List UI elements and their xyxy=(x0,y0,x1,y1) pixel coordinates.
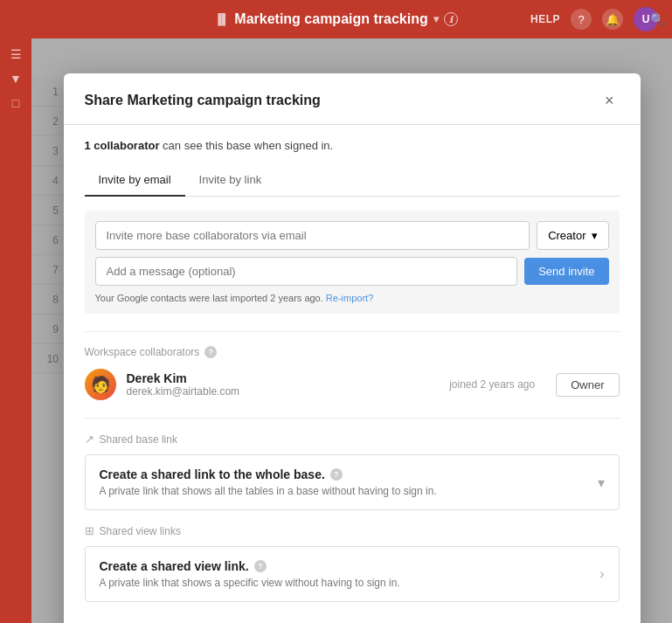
invite-email-row: Creator ▾ xyxy=(95,221,609,250)
shared-view-icon: ⊞ xyxy=(85,524,94,537)
shared-base-chevron-icon: ▾ xyxy=(598,474,605,491)
shared-base-link-content: Create a shared link to the whole base. … xyxy=(100,467,437,497)
shared-base-link-title-text: Create a shared link to the whole base. xyxy=(100,467,325,481)
collaborator-suffix: can see this base when signed in. xyxy=(159,139,333,152)
tab-invite-link-label: Invite by link xyxy=(199,173,262,186)
send-invite-button[interactable]: Send invite xyxy=(524,258,608,285)
shared-view-links-label: ⊞ Shared view links xyxy=(85,524,620,537)
sidebar-expand-icon[interactable]: ▼ xyxy=(7,70,24,87)
app-body: ☰ ▼ □ 1 2 3 4 5 6 7 8 9 10 11 records Sh… xyxy=(0,38,672,623)
shared-base-link-title: Create a shared link to the whole base. … xyxy=(100,467,437,481)
app-header: ▐▌ Marketing campaign tracking ▾ ℹ HELP … xyxy=(0,0,672,38)
shared-view-chevron-icon: › xyxy=(599,566,604,582)
message-input[interactable] xyxy=(95,257,518,286)
email-input[interactable] xyxy=(95,221,530,250)
collaborator-avatar: 🧑 xyxy=(85,369,116,400)
google-contacts-text: Your Google contacts were last imported … xyxy=(95,293,323,303)
shared-view-link-card[interactable]: Create a shared view link. ? A private l… xyxy=(85,546,620,602)
modal-overlay: Share Marketing campaign tracking × 1 co… xyxy=(31,38,672,623)
role-selector[interactable]: Creator ▾ xyxy=(537,221,608,250)
header-right-controls: HELP ? 🔔 U xyxy=(530,7,658,31)
share-modal: Share Marketing campaign tracking × 1 co… xyxy=(64,73,641,623)
modal-body: 1 collaborator can see this base when si… xyxy=(64,125,641,623)
collaborator-name: Derek Kim xyxy=(127,371,440,385)
search-icon[interactable]: 🔍 xyxy=(650,12,665,26)
workspace-collaborators-label: Workspace collaborators xyxy=(85,346,200,358)
shared-view-link-content: Create a shared view link. ? A private l… xyxy=(100,559,400,589)
sidebar-checkbox-icon[interactable]: □ xyxy=(7,94,24,112)
shared-base-link-desc: A private link that shows all the tables… xyxy=(100,485,437,497)
modal-header: Share Marketing campaign tracking × xyxy=(64,73,641,125)
shared-base-link-text: Shared base link xyxy=(100,433,177,446)
section-divider-2 xyxy=(85,418,620,419)
help-icon[interactable]: ? xyxy=(571,9,592,30)
app-title: ▐▌ Marketing campaign tracking ▾ ℹ xyxy=(214,11,457,27)
collaborator-info-block: Derek Kim derek.kim@airtable.com xyxy=(127,371,440,398)
notification-icon[interactable]: 🔔 xyxy=(602,9,623,30)
shared-base-link-label: ↗ Shared base link xyxy=(85,433,620,446)
help-label[interactable]: HELP xyxy=(530,13,560,25)
tab-invite-link[interactable]: Invite by link xyxy=(185,166,276,197)
collaborator-count: 1 collaborator xyxy=(85,139,160,152)
tab-invite-email[interactable]: Invite by email xyxy=(85,166,185,197)
workspace-help-icon[interactable]: ? xyxy=(204,346,217,358)
modal-title: Share Marketing campaign tracking xyxy=(85,93,321,108)
google-contacts-info: Your Google contacts were last imported … xyxy=(95,293,609,303)
role-label: Creator xyxy=(548,229,585,242)
reimport-link[interactable]: Re-import? xyxy=(326,293,373,303)
collaborator-info: 1 collaborator can see this base when si… xyxy=(85,139,620,152)
invite-box: Creator ▾ Send invite Your Google contac… xyxy=(85,211,620,314)
collaborator-row: 🧑 Derek Kim derek.kim@airtable.com joine… xyxy=(85,369,620,400)
shared-view-help-icon[interactable]: ? xyxy=(254,560,267,572)
collaborator-email: derek.kim@airtable.com xyxy=(127,385,440,398)
tab-invite-email-label: Invite by email xyxy=(99,173,171,186)
shared-view-links-text: Shared view links xyxy=(100,525,181,537)
sidebar-menu-icon[interactable]: ☰ xyxy=(7,45,24,63)
workspace-collaborators-title: Workspace collaborators ? xyxy=(85,346,620,358)
title-chevron-icon[interactable]: ▾ xyxy=(433,13,439,25)
modal-close-button[interactable]: × xyxy=(599,91,620,110)
message-row: Send invite xyxy=(95,257,609,286)
grid-area: 1 2 3 4 5 6 7 8 9 10 11 records Share Ma… xyxy=(31,38,672,623)
external-link-icon: ↗ xyxy=(85,433,94,446)
app-title-text: Marketing campaign tracking xyxy=(234,11,427,27)
shared-view-link-desc: A private link that shows a specific vie… xyxy=(100,577,400,589)
shared-base-link-card[interactable]: Create a shared link to the whole base. … xyxy=(85,454,620,510)
invite-tabs: Invite by email Invite by link xyxy=(85,166,620,197)
role-chevron-icon: ▾ xyxy=(592,229,598,242)
section-divider xyxy=(85,331,620,332)
info-icon[interactable]: ℹ xyxy=(444,12,458,26)
sidebar: ☰ ▼ □ xyxy=(0,38,31,623)
shared-view-link-title: Create a shared view link. ? xyxy=(100,559,400,573)
collaborator-joined: joined 2 years ago xyxy=(449,378,535,391)
shared-view-link-title-text: Create a shared view link. xyxy=(100,559,249,573)
collaborator-role-badge[interactable]: Owner xyxy=(556,373,619,397)
shared-base-help-icon[interactable]: ? xyxy=(330,468,343,481)
